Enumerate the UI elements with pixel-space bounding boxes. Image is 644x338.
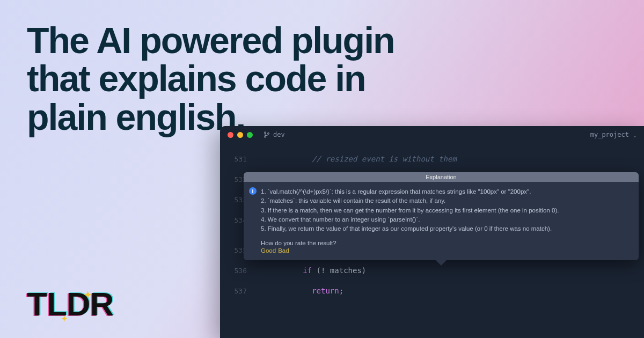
code-content: if (! matches) <box>258 266 644 275</box>
tooltip-title: Explanation <box>244 172 639 182</box>
svg-point-0 <box>265 132 266 134</box>
rating-actions: GoodBad <box>261 247 631 254</box>
code-editor-window: dev my_project ⌄ 531 // resized event is… <box>220 126 644 338</box>
titlebar: dev my_project ⌄ <box>220 126 644 143</box>
explanation-item: 3. If there is a match, then we can get … <box>261 206 631 215</box>
maximize-icon[interactable] <box>247 132 253 138</box>
code-line: 531 // resized event is without them <box>220 149 644 169</box>
rate-good-button[interactable]: Good <box>261 247 276 254</box>
explanation-tooltip: Explanation i 1. `val.match(/^(\d+)px$/)… <box>244 172 639 260</box>
code-line: 537 return; <box>220 281 644 301</box>
branch-name: dev <box>273 131 285 138</box>
rate-bad-button[interactable]: Bad <box>278 247 289 254</box>
explanation-item: 1. `val.match(/^(\d+)px$/)`: this is a r… <box>261 187 631 196</box>
line-number: 531 <box>220 155 258 163</box>
rating-question: How do you rate the result? <box>261 240 631 246</box>
code-content: return; <box>258 286 644 295</box>
code-area[interactable]: 531 // resized event is without them Exp… <box>220 143 644 301</box>
chevron-down-icon: ⌄ <box>633 132 636 138</box>
code-line: 536 if (! matches) <box>220 260 644 281</box>
git-branch-icon <box>264 131 270 138</box>
svg-point-2 <box>268 133 269 134</box>
window-controls[interactable] <box>228 132 253 138</box>
info-icon: i <box>249 187 257 195</box>
project-name: my_project <box>590 131 629 138</box>
minimize-icon[interactable] <box>237 132 243 138</box>
sparkle-icon: ✦ <box>61 314 67 323</box>
explanation-item: 4. We convert that number to an integer … <box>261 215 631 224</box>
close-icon[interactable] <box>228 132 233 138</box>
explanation-item: 5. Finally, we return the value of that … <box>261 224 631 233</box>
sparkle-icon: ✦ <box>84 289 91 301</box>
explanation-item: 2. `matches`: this variable will contain… <box>261 196 631 205</box>
line-number: 536 <box>220 267 258 275</box>
headline: The AI powered plugin that explains code… <box>27 21 413 136</box>
logo-letter-t: T <box>27 285 47 323</box>
code-content: // resized event is without them <box>258 155 644 163</box>
svg-point-1 <box>265 136 266 137</box>
explanation-list: 1. `val.match(/^(\d+)px$/)`: this is a r… <box>261 187 631 233</box>
branch-selector[interactable]: dev <box>264 131 285 138</box>
logo: T L ✦ D ✦ R <box>27 285 113 323</box>
project-selector[interactable]: my_project ⌄ <box>590 131 636 138</box>
logo-letter-r: R <box>90 285 114 323</box>
line-number: 537 <box>220 287 258 295</box>
